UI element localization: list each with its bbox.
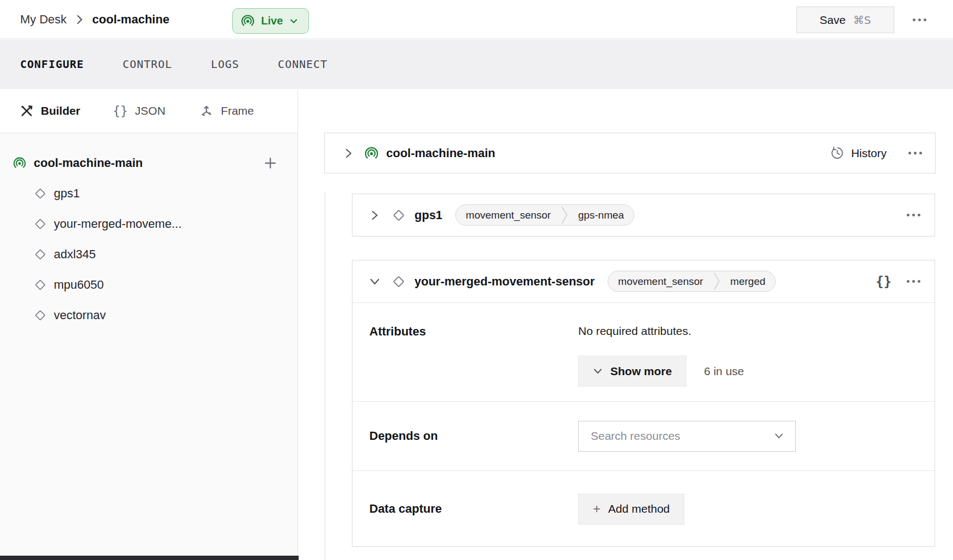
attributes-in-use-count: 6 in use (704, 365, 744, 378)
plus-icon: + (593, 502, 601, 515)
tree-item-label: adxl345 (54, 247, 96, 262)
merged-sensor-card: your-merged-movement-sensor movement_sen… (352, 260, 935, 547)
save-shortcut-hint: ⌘S (853, 14, 871, 27)
gps1-overflow-menu[interactable] (907, 214, 920, 216)
component-diamond-icon (32, 307, 48, 323)
breadcrumb: My Desk cool-machine (20, 0, 169, 39)
component-diamond-icon (32, 277, 48, 293)
depends-on-select[interactable]: Search resources (578, 421, 796, 452)
tree-root-label: cool-machine-main (34, 156, 143, 170)
header-overflow-menu[interactable] (913, 18, 926, 21)
attributes-label: Attributes (369, 325, 578, 401)
app-window: My Desk cool-machine Live Save ⌘S CONFIG… (0, 0, 953, 560)
broadcast-icon (364, 146, 379, 161)
tools-icon (20, 104, 34, 118)
tag-model: merged (721, 276, 775, 288)
history-button[interactable]: History (830, 146, 887, 160)
live-status-dropdown[interactable]: Live (232, 8, 309, 34)
depends-on-placeholder: Search resources (591, 430, 773, 443)
merged-sensor-type-tags: movement_sensor merged (608, 271, 776, 292)
component-diamond-icon (32, 216, 48, 232)
component-diamond-icon (390, 273, 407, 290)
data-capture-section: Data capture + Add method (352, 470, 935, 547)
tree-root-machine-part[interactable]: cool-machine-main (0, 148, 298, 178)
component-diamond-icon (390, 207, 407, 224)
tree-item-label: gps1 (54, 186, 80, 201)
sidebar-horizontal-scrollbar[interactable] (0, 556, 305, 560)
machine-part-title: cool-machine-main (386, 146, 495, 160)
view-json[interactable]: {} JSON (113, 104, 165, 118)
chevron-right-icon (76, 13, 84, 26)
show-more-label: Show more (610, 365, 672, 378)
save-button[interactable]: Save ⌘S (796, 7, 894, 33)
tag-model: gps-nmea (568, 209, 634, 221)
frame-axes-icon (199, 104, 214, 119)
expand-chevron-right-icon[interactable] (369, 209, 381, 221)
save-button-label: Save (820, 14, 846, 27)
tab-connect[interactable]: CONNECT (278, 58, 327, 71)
broadcast-icon (240, 14, 255, 28)
tag-divider-chevron (713, 271, 721, 292)
tree-item-adxl345[interactable]: adxl345 (0, 239, 298, 270)
tree-item-label: your-merged-moveme... (54, 217, 182, 231)
tree-indent-guide (325, 191, 325, 560)
config-sidebar: Builder {} JSON Frame (0, 89, 298, 560)
expand-chevron-right-icon[interactable] (343, 147, 355, 159)
chevron-down-icon (773, 432, 784, 440)
edit-json-icon[interactable]: {} (876, 274, 892, 289)
collapse-chevron-down-icon[interactable] (369, 276, 381, 288)
config-main-panel: cool-machine-main History (299, 89, 953, 560)
tree-item-label: vectornav (54, 308, 106, 322)
add-method-button[interactable]: + Add method (578, 494, 684, 525)
chevron-down-icon (289, 16, 299, 26)
gps1-card: gps1 movement_sensor gps-nmea (352, 194, 935, 237)
gps1-type-tags: movement_sensor gps-nmea (455, 204, 634, 226)
live-status-label: Live (261, 15, 283, 27)
view-json-label: JSON (135, 104, 165, 117)
machine-name-title: cool-machine (92, 13, 170, 27)
top-header: My Desk cool-machine Live Save ⌘S (0, 0, 953, 39)
resource-tree: cool-machine-main gps1 your-merged-movem… (0, 134, 298, 331)
tag-divider-chevron (561, 204, 568, 226)
view-switcher: Builder {} JSON Frame (0, 89, 298, 133)
component-diamond-icon (32, 185, 48, 202)
add-resource-button[interactable] (263, 155, 278, 171)
chevron-down-icon (593, 368, 603, 375)
broadcast-icon (13, 156, 27, 170)
tab-control[interactable]: CONTROL (122, 58, 172, 71)
tag-api: movement_sensor (456, 209, 560, 221)
machine-part-overflow-menu[interactable] (908, 152, 922, 154)
merged-sensor-overflow-menu[interactable] (907, 280, 920, 283)
view-builder[interactable]: Builder (20, 104, 80, 118)
add-method-label: Add method (608, 502, 670, 515)
view-builder-label: Builder (41, 104, 80, 117)
machine-tabbar: CONFIGURE CONTROL LOGS CONNECT (0, 40, 953, 89)
tree-item-mpu6050[interactable]: mpu6050 (0, 270, 298, 300)
data-capture-label: Data capture (369, 502, 578, 516)
history-clock-icon (830, 146, 845, 160)
tree-item-vectornav[interactable]: vectornav (0, 300, 298, 331)
attributes-section: Attributes No required attributes. Show … (352, 303, 935, 401)
merged-sensor-title: your-merged-movement-sensor (414, 275, 595, 289)
tree-item-merged-sensor[interactable]: your-merged-moveme... (0, 209, 298, 239)
attributes-empty-text: No required attributes. (578, 325, 935, 338)
view-frame[interactable]: Frame (199, 104, 254, 119)
braces-icon: {} (113, 104, 128, 118)
tab-configure[interactable]: CONFIGURE (20, 58, 84, 71)
tree-item-gps1[interactable]: gps1 (0, 178, 298, 209)
breadcrumb-parent-link[interactable]: My Desk (20, 13, 67, 27)
depends-on-label: Depends on (369, 429, 578, 443)
tab-logs[interactable]: LOGS (211, 58, 239, 71)
tag-api: movement_sensor (608, 276, 713, 288)
history-label: History (851, 147, 887, 160)
depends-on-section: Depends on Search resources (352, 401, 935, 470)
machine-part-card: cool-machine-main History (324, 133, 936, 173)
show-more-button[interactable]: Show more (578, 356, 686, 387)
component-diamond-icon (32, 246, 48, 263)
gps1-title: gps1 (414, 208, 442, 222)
view-frame-label: Frame (221, 104, 254, 117)
tree-item-label: mpu6050 (54, 278, 104, 292)
